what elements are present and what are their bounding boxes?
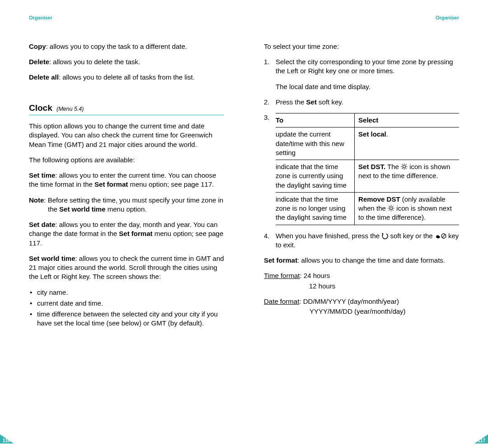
page-right: Organiser To select your time zone: 1. S…: [244, 0, 488, 448]
section-title-clock: Clock (Menu 5.4): [29, 102, 224, 116]
list-item: city name.: [37, 288, 224, 297]
table-header-to: To: [276, 113, 355, 127]
para-delete: Delete: allows you to delete the task.: [29, 57, 224, 66]
svg-line-17: [389, 210, 390, 211]
para-copy: Copy: allows you to copy the task to a d…: [29, 42, 224, 51]
svg-line-19: [442, 234, 445, 237]
end-call-icon: [435, 233, 446, 239]
step-2: 2. Press the Set soft key.: [264, 98, 459, 107]
step-1: 1. Select the city corresponding to your…: [264, 57, 459, 91]
header-right: Organiser: [264, 14, 459, 21]
svg-line-5: [402, 165, 403, 165]
para-set-date: Set date: allows you to enter the day, m…: [29, 220, 224, 248]
back-arrow-icon: [381, 233, 388, 239]
sun-icon: [388, 205, 394, 212]
step-1-sub: The local date and time display.: [276, 82, 459, 91]
para-options-available: The following options are available:: [29, 156, 224, 165]
header-left: Organiser: [29, 14, 224, 21]
para-set-format: Set format: allows you to change the tim…: [264, 256, 459, 265]
list-item: current date and time.: [37, 299, 224, 308]
page-left: Organiser Copy: allows you to copy the t…: [0, 0, 244, 448]
table-row: indicate that the time zone is currently…: [276, 160, 459, 193]
table-cell-to: indicate that the time zone is currently…: [276, 160, 355, 193]
table-cell-select: Remove DST (only available when the icon…: [355, 192, 459, 225]
label-set-world-time: Set world time: [29, 255, 75, 262]
label-set-time: Set time: [29, 171, 55, 179]
label-note: Note: [29, 196, 44, 204]
svg-line-15: [393, 210, 394, 211]
table-row: update the current date/time with this n…: [276, 127, 459, 160]
svg-line-8: [402, 168, 403, 169]
table-cell-select: Set DST. The icon is shown next to the t…: [355, 160, 459, 193]
page-number-left: 116: [3, 438, 10, 444]
table-cell-to: indicate that the time zone is no longer…: [276, 192, 355, 225]
para-time-format-2: 12 hours: [264, 282, 459, 291]
svg-point-0: [403, 165, 406, 168]
para-set-time: Set time: allows you to enter the curren…: [29, 171, 224, 189]
para-time-format: Time format: 24 hours: [264, 271, 459, 280]
options-table: To Select update the current date/time w…: [276, 113, 459, 225]
steps-list: 1. Select the city corresponding to your…: [264, 57, 459, 250]
list-item: time difference between the selected cit…: [37, 310, 224, 328]
page-number-right: 117: [478, 438, 485, 444]
para-select-tz: To select your time zone:: [264, 42, 459, 51]
table-header-select: Select: [355, 113, 459, 127]
label-set-date: Set date: [29, 221, 55, 228]
sun-icon: [401, 163, 408, 170]
label-set-format: Set format: [264, 256, 297, 264]
bullet-list: city name. current date and time. time d…: [29, 288, 224, 328]
table-row: indicate that the time zone is no longer…: [276, 192, 459, 225]
step-3: 3. To Select update the current date/tim…: [264, 113, 459, 225]
para-clock-intro: This option allows you to change the cur…: [29, 122, 224, 149]
para-delete-all: Delete all: allows you to delete all of …: [29, 73, 224, 82]
para-date-format-2: YYYY/MM/DD (year/month/day): [264, 307, 459, 316]
label-copy: Copy: [29, 42, 46, 50]
svg-point-9: [390, 207, 393, 210]
svg-line-6: [406, 168, 407, 169]
table-cell-to: update the current date/time with this n…: [276, 127, 355, 160]
svg-line-7: [406, 165, 407, 165]
table-cell-select: Set local.: [355, 127, 459, 160]
para-set-world-time: Set world time: allows you to check the …: [29, 254, 224, 282]
para-note: Note: Before setting the time, you must …: [29, 196, 224, 214]
label-delete-all: Delete all: [29, 73, 59, 81]
svg-line-14: [389, 206, 390, 207]
label-delete: Delete: [29, 58, 49, 66]
para-date-format: Date format: DD/MM/YYYY (day/month/year): [264, 297, 459, 306]
step-4: 4. When you have finished, press the sof…: [264, 231, 459, 250]
svg-line-16: [393, 206, 394, 207]
